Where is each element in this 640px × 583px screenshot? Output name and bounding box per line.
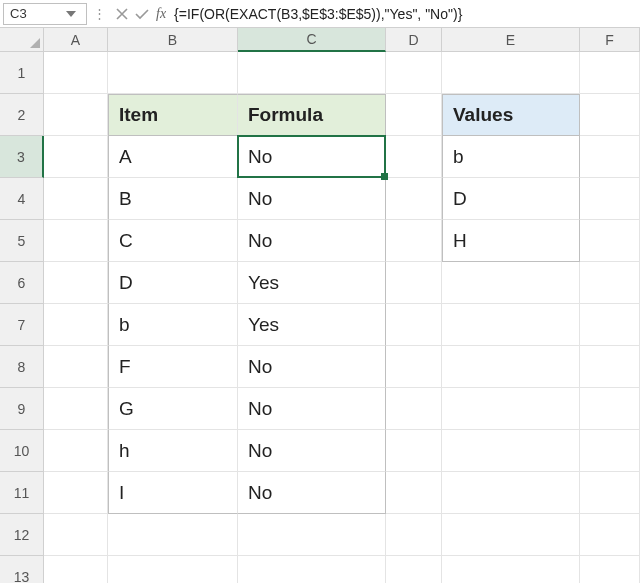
row-header-1[interactable]: 1 [0, 52, 44, 94]
cell-C11[interactable]: No [238, 472, 386, 514]
cell-C8[interactable]: No [238, 346, 386, 388]
cell-A8[interactable] [44, 346, 108, 388]
cell-F1[interactable] [580, 52, 640, 94]
cell-C7[interactable]: Yes [238, 304, 386, 346]
cell-C1[interactable] [238, 52, 386, 94]
cell-D6[interactable] [386, 262, 442, 304]
fill-handle[interactable] [381, 173, 388, 180]
cell-D10[interactable] [386, 430, 442, 472]
cell-E9[interactable] [442, 388, 580, 430]
row-header-12[interactable]: 12 [0, 514, 44, 556]
row-header-3[interactable]: 3 [0, 136, 44, 178]
cell-C12[interactable] [238, 514, 386, 556]
name-box[interactable]: C3 [3, 3, 87, 25]
col-header-A[interactable]: A [44, 28, 108, 52]
cell-D7[interactable] [386, 304, 442, 346]
cell-B11[interactable]: I [108, 472, 238, 514]
row-header-4[interactable]: 4 [0, 178, 44, 220]
cell-B12[interactable] [108, 514, 238, 556]
name-box-dropdown-icon[interactable] [66, 11, 80, 17]
row-header-8[interactable]: 8 [0, 346, 44, 388]
cell-D1[interactable] [386, 52, 442, 94]
cell-E10[interactable] [442, 430, 580, 472]
cell-D9[interactable] [386, 388, 442, 430]
row-header-7[interactable]: 7 [0, 304, 44, 346]
cell-B7[interactable]: b [108, 304, 238, 346]
row-header-11[interactable]: 11 [0, 472, 44, 514]
cell-E4[interactable]: D [442, 178, 580, 220]
cell-B8[interactable]: F [108, 346, 238, 388]
cell-E5[interactable]: H [442, 220, 580, 262]
cell-D2[interactable] [386, 94, 442, 136]
row-header-6[interactable]: 6 [0, 262, 44, 304]
insert-function-button[interactable]: fx [152, 6, 172, 22]
cell-F10[interactable] [580, 430, 640, 472]
cell-C5[interactable]: No [238, 220, 386, 262]
cell-B9[interactable]: G [108, 388, 238, 430]
row-header-9[interactable]: 9 [0, 388, 44, 430]
cell-E6[interactable] [442, 262, 580, 304]
cell-E2[interactable]: Values [442, 94, 580, 136]
row-header-13[interactable]: 13 [0, 556, 44, 583]
cell-E8[interactable] [442, 346, 580, 388]
cell-F4[interactable] [580, 178, 640, 220]
cell-B13[interactable] [108, 556, 238, 583]
cell-C4[interactable]: No [238, 178, 386, 220]
cell-A9[interactable] [44, 388, 108, 430]
cell-F12[interactable] [580, 514, 640, 556]
cell-A6[interactable] [44, 262, 108, 304]
cell-D12[interactable] [386, 514, 442, 556]
cell-F13[interactable] [580, 556, 640, 583]
row-header-10[interactable]: 10 [0, 430, 44, 472]
cell-F2[interactable] [580, 94, 640, 136]
cell-D11[interactable] [386, 472, 442, 514]
cell-B2[interactable]: Item [108, 94, 238, 136]
cell-F6[interactable] [580, 262, 640, 304]
cell-A2[interactable] [44, 94, 108, 136]
enter-icon[interactable] [133, 5, 151, 23]
cell-E13[interactable] [442, 556, 580, 583]
cell-B3[interactable]: A [108, 136, 238, 178]
cancel-icon[interactable] [113, 5, 131, 23]
row-header-5[interactable]: 5 [0, 220, 44, 262]
cell-C2[interactable]: Formula [238, 94, 386, 136]
cell-B6[interactable]: D [108, 262, 238, 304]
cell-C9[interactable]: No [238, 388, 386, 430]
cell-F11[interactable] [580, 472, 640, 514]
col-header-B[interactable]: B [108, 28, 238, 52]
cell-A7[interactable] [44, 304, 108, 346]
cell-A3[interactable] [44, 136, 108, 178]
cell-E12[interactable] [442, 514, 580, 556]
cell-E7[interactable] [442, 304, 580, 346]
cell-D4[interactable] [386, 178, 442, 220]
select-all-corner[interactable] [0, 28, 44, 52]
cell-F5[interactable] [580, 220, 640, 262]
cell-D5[interactable] [386, 220, 442, 262]
cell-B10[interactable]: h [108, 430, 238, 472]
cell-E11[interactable] [442, 472, 580, 514]
cell-B1[interactable] [108, 52, 238, 94]
cell-A10[interactable] [44, 430, 108, 472]
cell-A11[interactable] [44, 472, 108, 514]
cell-D13[interactable] [386, 556, 442, 583]
col-header-C[interactable]: C [238, 28, 386, 52]
cell-A13[interactable] [44, 556, 108, 583]
cell-C13[interactable] [238, 556, 386, 583]
cell-C6[interactable]: Yes [238, 262, 386, 304]
cell-D3[interactable] [386, 136, 442, 178]
cell-F3[interactable] [580, 136, 640, 178]
col-header-D[interactable]: D [386, 28, 442, 52]
cell-E3[interactable]: b [442, 136, 580, 178]
cell-E1[interactable] [442, 52, 580, 94]
row-header-2[interactable]: 2 [0, 94, 44, 136]
cell-F9[interactable] [580, 388, 640, 430]
formula-input[interactable] [172, 5, 640, 23]
cell-B5[interactable]: C [108, 220, 238, 262]
cell-C10[interactable]: No [238, 430, 386, 472]
col-header-F[interactable]: F [580, 28, 640, 52]
cell-A5[interactable] [44, 220, 108, 262]
cell-A4[interactable] [44, 178, 108, 220]
cell-D8[interactable] [386, 346, 442, 388]
cell-A1[interactable] [44, 52, 108, 94]
cell-F8[interactable] [580, 346, 640, 388]
